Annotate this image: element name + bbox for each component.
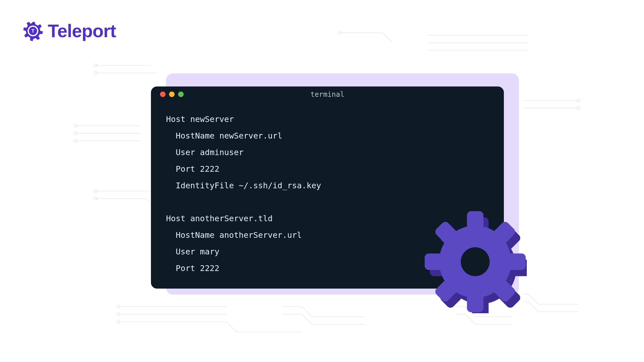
svg-point-12: [577, 107, 580, 110]
terminal-title: terminal: [151, 90, 504, 99]
terminal-titlebar: terminal: [151, 86, 504, 102]
svg-point-6: [94, 197, 97, 200]
svg-point-0: [94, 64, 97, 67]
close-icon[interactable]: [160, 92, 166, 97]
svg-point-34: [461, 247, 490, 276]
svg-point-4: [74, 139, 77, 142]
minimize-icon[interactable]: [169, 92, 175, 97]
svg-point-7: [117, 305, 120, 308]
brand-name: Teleport: [48, 21, 116, 41]
svg-point-3: [74, 132, 77, 135]
svg-point-2: [74, 124, 77, 127]
svg-point-5: [94, 190, 97, 193]
gear-decoration: [424, 210, 527, 313]
svg-point-8: [117, 313, 120, 316]
svg-point-11: [577, 99, 580, 102]
maximize-icon[interactable]: [178, 92, 184, 97]
brand-logo: T Teleport: [23, 21, 116, 41]
svg-text:T: T: [31, 28, 34, 34]
window-controls: [160, 92, 184, 97]
svg-point-10: [338, 31, 341, 34]
teleport-gear-icon: T: [23, 21, 43, 41]
svg-point-1: [94, 71, 97, 74]
svg-point-9: [117, 320, 120, 323]
